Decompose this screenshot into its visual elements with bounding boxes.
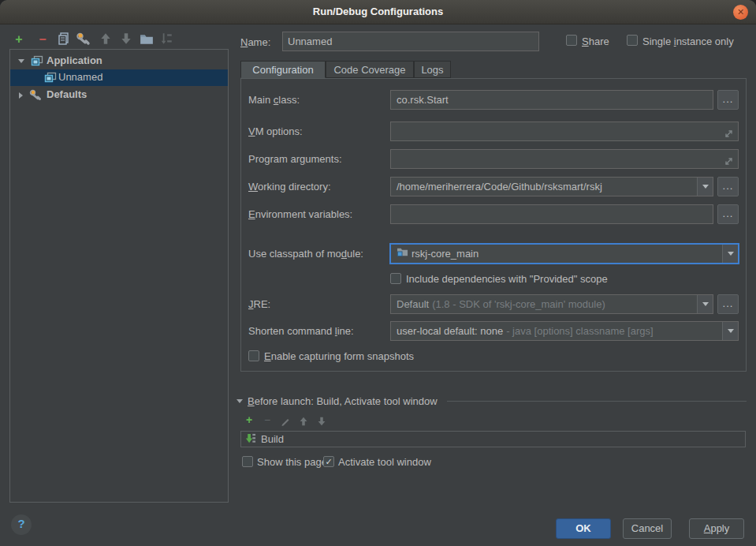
share-label: Share: [582, 36, 609, 47]
move-up-icon[interactable]: [98, 32, 114, 47]
tree-item-label: Defaults: [47, 88, 87, 100]
tab-code-coverage[interactable]: Code Coverage: [326, 61, 414, 78]
main-class-input[interactable]: co.rsk.Start: [390, 90, 713, 110]
tab-logs[interactable]: Logs: [414, 61, 451, 78]
task-label: Build: [261, 433, 284, 445]
shorten-command-line-combo[interactable]: user-local default: none - java [options…: [390, 321, 739, 341]
name-label: Name:: [240, 36, 270, 48]
tab-configuration[interactable]: Configuration: [240, 61, 326, 78]
tree-item-defaults[interactable]: Defaults: [10, 87, 228, 103]
expand-editor-icon[interactable]: [724, 154, 734, 169]
share-checkbox[interactable]: [566, 35, 577, 46]
defaults-wrench-icon: [29, 88, 42, 103]
remove-task-button[interactable]: −: [261, 414, 274, 427]
jre-label: JRE:: [248, 298, 270, 310]
program-arguments-label: Program arguments:: [248, 153, 342, 165]
jre-combo[interactable]: Default (1.8 - SDK of 'rskj-core_main' m…: [390, 294, 713, 314]
include-provided-checkbox[interactable]: [390, 273, 401, 284]
add-task-button[interactable]: +: [243, 414, 255, 427]
cancel-button[interactable]: Cancel: [623, 518, 672, 539]
folder-icon[interactable]: [139, 32, 155, 47]
chevron-down-icon[interactable]: [697, 178, 713, 196]
use-classpath-combo[interactable]: rskj-core_main: [389, 243, 739, 264]
tree-item-unnamed[interactable]: Unnamed: [10, 69, 228, 86]
name-input[interactable]: [282, 32, 539, 51]
before-launch-header[interactable]: Before launch: Build, Activate tool wind…: [236, 395, 747, 407]
jre-browse-button[interactable]: ...: [717, 294, 739, 314]
edit-defaults-icon[interactable]: [76, 32, 91, 47]
working-directory-label: Working directory:: [248, 181, 331, 193]
application-icon: [31, 54, 43, 69]
tree-item-label: Unnamed: [58, 71, 102, 83]
tree-item-application[interactable]: Application: [10, 53, 228, 69]
main-class-browse-button[interactable]: ...: [717, 90, 739, 110]
run-debug-configurations-dialog: Run/Debug Configurations ✕ + − Applicati…: [0, 0, 756, 546]
help-button[interactable]: ?: [11, 514, 32, 535]
form-snapshots-label: Enable capturing form snapshots: [264, 350, 414, 362]
title-bar: Run/Debug Configurations: [0, 0, 756, 24]
single-instance-checkbox[interactable]: [627, 35, 638, 46]
main-class-label: Main class:: [248, 94, 300, 106]
working-directory-browse-button[interactable]: ...: [717, 177, 739, 196]
application-icon: [44, 71, 57, 86]
sort-alphabetically-icon[interactable]: [158, 32, 174, 47]
separator: [447, 401, 747, 402]
shorten-command-line-label: Shorten command line:: [248, 325, 354, 337]
configurations-tree: Application Unnamed Defaults: [9, 49, 229, 503]
tree-item-label: Application: [47, 54, 102, 66]
chevron-down-icon[interactable]: [236, 399, 243, 403]
vm-options-input[interactable]: [390, 122, 739, 141]
move-task-up-icon[interactable]: [297, 416, 310, 428]
show-this-page-label: Show this page: [257, 456, 327, 468]
program-arguments-input[interactable]: [390, 149, 739, 169]
vm-options-label: VM options:: [248, 125, 303, 137]
add-configuration-button[interactable]: +: [11, 32, 27, 47]
dialog-title: Run/Debug Configurations: [0, 0, 756, 24]
form-snapshots-checkbox[interactable]: [248, 350, 259, 361]
apply-button[interactable]: Apply: [689, 518, 744, 539]
check-icon: ✓: [325, 457, 332, 466]
remove-configuration-button[interactable]: −: [35, 32, 50, 47]
chevron-down-icon[interactable]: [697, 295, 713, 313]
expand-editor-icon[interactable]: [724, 126, 734, 141]
show-this-page-checkbox[interactable]: [242, 456, 253, 467]
build-icon: [244, 432, 256, 447]
close-icon[interactable]: ✕: [733, 5, 748, 20]
module-icon: [397, 245, 408, 263]
include-provided-label: Include dependencies with "Provided" sco…: [406, 273, 608, 285]
activate-tool-window-checkbox[interactable]: ✓: [323, 456, 334, 467]
edit-task-icon[interactable]: [279, 416, 292, 428]
activate-tool-window-label: Activate tool window: [338, 456, 431, 468]
chevron-down-icon[interactable]: [18, 59, 24, 63]
move-task-down-icon[interactable]: [315, 416, 328, 428]
environment-variables-label: Environment variables:: [248, 208, 352, 220]
working-directory-combo[interactable]: /home/meriherrera/Code/Github/rsksmart/r…: [390, 177, 713, 196]
chevron-down-icon[interactable]: [722, 245, 738, 263]
chevron-right-icon[interactable]: [19, 92, 23, 99]
environment-variables-input[interactable]: [390, 204, 713, 224]
environment-variables-browse-button[interactable]: ...: [717, 204, 739, 224]
move-down-icon[interactable]: [118, 32, 134, 47]
use-classpath-label: Use classpath of module:: [248, 248, 363, 260]
ok-button[interactable]: OK: [556, 518, 611, 539]
chevron-down-icon[interactable]: [722, 322, 738, 340]
before-launch-task-row[interactable]: Build: [240, 431, 746, 447]
single-instance-label: Single instance only: [642, 36, 734, 47]
copy-configuration-icon[interactable]: [56, 32, 72, 47]
